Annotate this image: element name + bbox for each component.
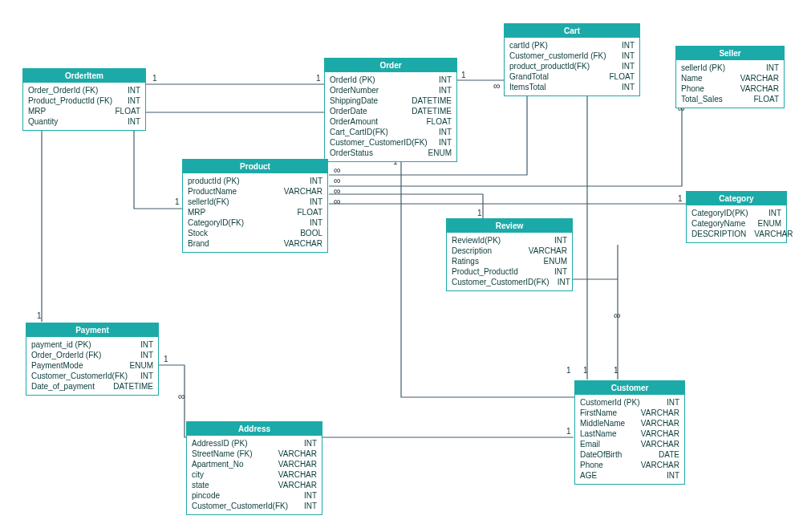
card-orderitem-order-1: 1	[152, 74, 157, 83]
table-row: DateOfBirthDATE	[580, 449, 679, 460]
entity-orderitem[interactable]: OrderItem Order_OrderId (FK)INT Product_…	[22, 68, 146, 131]
table-row: EmailVARCHAR	[580, 439, 679, 449]
table-row: Product_ProductId (FK)INT	[28, 95, 140, 106]
entity-review[interactable]: Review ReviewId(PK)INT DescriptionVARCHA…	[446, 218, 573, 291]
table-row: ItemsTotalINT	[509, 82, 635, 92]
table-row: RatingsENUM	[452, 256, 567, 266]
table-row: PhoneVARCHAR	[580, 460, 679, 470]
card-product-category-inf: ∞	[334, 196, 341, 207]
table-row: Date_of_paymentDATETIME	[31, 381, 153, 392]
table-row: sellerId (PK)INT	[681, 63, 779, 73]
table-row: stateVARCHAR	[192, 480, 317, 490]
entity-review-body: ReviewId(PK)INT DescriptionVARCHAR Ratin…	[447, 233, 572, 290]
card-product-cart-inf: ∞	[334, 164, 341, 176]
card-product-seller-inf: ∞	[334, 175, 341, 186]
table-row: GrandTotalFLOAT	[509, 71, 635, 82]
entity-seller-body: sellerId (PK)INT NameVARCHAR PhoneVARCHA…	[676, 60, 784, 108]
entity-product-title: Product	[183, 160, 327, 173]
table-row: ShippingDateDATETIME	[330, 95, 452, 106]
entity-customer-title: Customer	[575, 381, 684, 395]
card-review-customer-inf: ∞	[614, 310, 621, 321]
table-row: Order_OrderId (FK)INT	[31, 350, 153, 360]
table-row: payment_id (PK)INT	[31, 339, 153, 350]
erd-canvas: 1 1 ∞ 1 ∞ ∞ ∞ ∞ ∞ 1 1 ∞ 1 1 1 1 1 ∞ 1 1 …	[0, 0, 803, 532]
entity-review-title: Review	[447, 219, 572, 233]
table-row: NameVARCHAR	[681, 73, 779, 83]
entity-order-title: Order	[325, 59, 456, 72]
table-row: FirstNameVARCHAR	[580, 408, 679, 418]
table-row: MRPFLOAT	[28, 106, 140, 116]
card-product-orderitem-1: 1	[175, 197, 180, 206]
card-cart-customer-1: 1	[583, 366, 588, 375]
entity-order-body: OrderId (PK)INT OrderNumberINT ShippingD…	[325, 72, 456, 161]
table-row: LastNameVARCHAR	[580, 428, 679, 439]
table-row: AddressID (PK)INT	[192, 438, 317, 449]
entity-product-body: productId (PK)INT ProductNameVARCHAR sel…	[183, 173, 327, 252]
entity-address[interactable]: Address AddressID (PK)INT StreetName (FK…	[186, 421, 322, 515]
table-row: Product_ProductIdINT	[452, 266, 567, 277]
table-row: Customer_customerId (FK)INT	[509, 51, 635, 61]
table-row: AGEINT	[580, 470, 679, 481]
table-row: Customer_CustomerID(FK)INT	[452, 277, 567, 287]
table-row: OrderNumberINT	[330, 85, 452, 95]
card-payment-customer-1: 1	[164, 355, 168, 363]
card-order-cart-1: 1	[461, 71, 466, 79]
card-customer-order-1: 1	[566, 366, 571, 375]
card-customer-payment-1: 1	[566, 427, 571, 436]
table-row: pincodeINT	[192, 490, 317, 501]
table-row: DescriptionVARCHAR	[452, 246, 567, 256]
card-product-review-inf: ∞	[334, 185, 341, 197]
entity-cart[interactable]: Cart cartId (PK)INT Customer_customerId …	[504, 23, 640, 96]
table-row: Apartment_NoVARCHAR	[192, 459, 317, 469]
table-row: StockBOOL	[188, 228, 322, 238]
table-row: PhoneVARCHAR	[681, 83, 779, 94]
entity-product[interactable]: Product productId (PK)INT ProductNameVAR…	[182, 159, 328, 253]
card-review-product-1: 1	[477, 209, 482, 217]
table-row: MiddleNameVARCHAR	[580, 418, 679, 428]
entity-customer[interactable]: Customer CustomerId (PK)INT FirstNameVAR…	[574, 380, 685, 485]
table-row: CustomerId (PK)INT	[580, 397, 679, 408]
card-address-customer-inf: ∞	[178, 391, 185, 402]
table-row: ProductNameVARCHAR	[188, 186, 322, 197]
card-review-customer-1: 1	[614, 366, 618, 375]
table-row: cartId (PK)INT	[509, 40, 635, 51]
entity-order[interactable]: Order OrderId (PK)INT OrderNumberINT Shi…	[324, 58, 457, 162]
entity-payment-title: Payment	[26, 323, 158, 337]
table-row: CategoryNameENUM	[691, 218, 781, 229]
table-row: CategoryID(PK)INT	[691, 208, 781, 218]
table-row: CategoryID(FK)INT	[188, 217, 322, 228]
table-row: MRPFLOAT	[188, 207, 322, 217]
card-cart-order-inf: ∞	[493, 80, 501, 91]
table-row: OrderDateDATETIME	[330, 106, 452, 116]
card-payment-order-1: 1	[37, 311, 42, 320]
entity-orderitem-body: Order_OrderId (FK)INT Product_ProductId …	[23, 83, 145, 130]
table-row: productId (PK)INT	[188, 176, 322, 186]
table-row: QuantityINT	[28, 116, 140, 127]
table-row: DESCRIPTIONVARCHAR	[691, 229, 781, 239]
entity-category-title: Category	[687, 192, 786, 205]
entity-cart-title: Cart	[505, 24, 639, 38]
table-row: StreetName (FK)VARCHAR	[192, 449, 317, 459]
entity-seller[interactable]: Seller sellerId (PK)INT NameVARCHAR Phon…	[675, 46, 785, 108]
table-row: product_productId(FK)INT	[509, 61, 635, 71]
entity-category-body: CategoryID(PK)INT CategoryNameENUM DESCR…	[687, 205, 786, 242]
card-order-orderitem-1: 1	[316, 74, 321, 83]
entity-payment-body: payment_id (PK)INT Order_OrderId (FK)INT…	[26, 337, 158, 395]
table-row: OrderStatusENUM	[330, 148, 452, 158]
table-row: Order_OrderId (FK)INT	[28, 85, 140, 95]
entity-address-body: AddressID (PK)INT StreetName (FK)VARCHAR…	[187, 436, 322, 514]
entity-address-title: Address	[187, 422, 322, 436]
table-row: BrandVARCHAR	[188, 238, 322, 249]
entity-cart-body: cartId (PK)INT Customer_customerId (FK)I…	[505, 38, 639, 95]
table-row: OrderId (PK)INT	[330, 75, 452, 85]
card-category-product-1: 1	[678, 194, 683, 203]
entity-customer-body: CustomerId (PK)INT FirstNameVARCHAR Midd…	[575, 395, 684, 484]
table-row: Customer_CustomerId(FK)INT	[192, 501, 317, 511]
entity-category[interactable]: Category CategoryID(PK)INT CategoryNameE…	[686, 191, 787, 243]
entity-payment[interactable]: Payment payment_id (PK)INT Order_OrderId…	[26, 323, 159, 396]
table-row: Customer_CustomerId(FK)INT	[31, 371, 153, 381]
table-row: PaymentModeENUM	[31, 360, 153, 371]
table-row: cityVARCHAR	[192, 469, 317, 480]
table-row: Customer_CustomerID(FK)INT	[330, 137, 452, 148]
table-row: OrderAmountFLOAT	[330, 116, 452, 127]
